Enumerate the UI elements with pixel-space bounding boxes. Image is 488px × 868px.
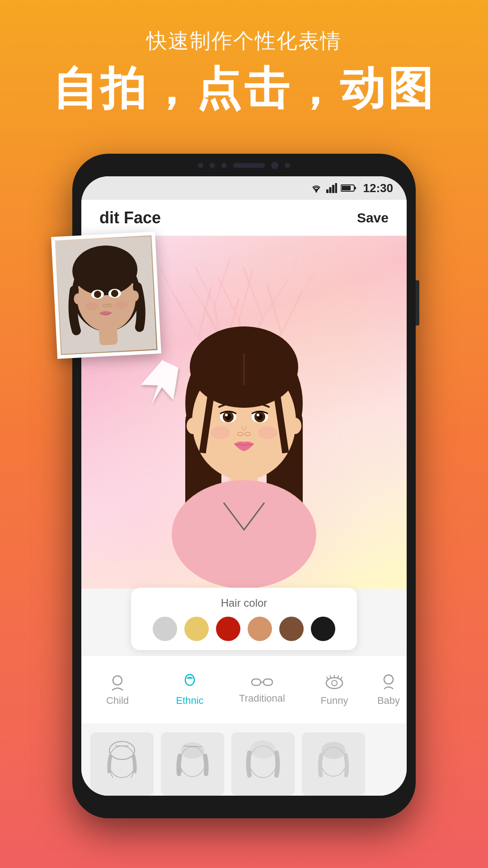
hair-color-label: Hair color: [149, 597, 339, 609]
phone-mockup: 12:30 dit Face Save: [72, 154, 416, 823]
svg-rect-2: [329, 187, 331, 193]
tab-funny-label: Funny: [320, 695, 348, 707]
photo-card-image: [55, 236, 157, 355]
tab-funny[interactable]: Funny: [298, 669, 371, 711]
power-button: [416, 280, 419, 326]
sketch-4: [311, 737, 356, 791]
wifi-icon: [310, 183, 323, 193]
thumbnail-1[interactable]: [90, 732, 154, 796]
tab-ethnic[interactable]: Ethnic: [154, 669, 226, 711]
svg-line-42: [338, 675, 338, 678]
tab-traditional-label: Traditional: [239, 693, 285, 704]
svg-rect-36: [263, 679, 272, 685]
svg-point-45: [108, 746, 136, 778]
thumbnail-row: [81, 723, 407, 796]
avatar-svg: [154, 295, 334, 589]
svg-rect-35: [252, 679, 261, 685]
battery-icon: [341, 184, 356, 192]
subtitle-text: 快速制作个性化表情: [0, 27, 488, 55]
app-header: dit Face Save: [81, 200, 407, 236]
svg-rect-3: [332, 185, 334, 193]
sensor-dot-1: [198, 163, 203, 168]
top-text-area: 快速制作个性化表情 自拍，点击，动图: [0, 27, 488, 120]
svg-point-32: [289, 418, 301, 434]
sketch-3: [240, 737, 286, 791]
svg-point-55: [321, 742, 346, 759]
swatch-black[interactable]: [311, 617, 335, 641]
header-title: dit Face: [99, 208, 161, 227]
photo-face-svg: [56, 236, 157, 354]
baby-icon: [382, 673, 395, 691]
svg-point-16: [172, 480, 316, 589]
sensor-dot-2: [210, 163, 215, 168]
hair-color-panel: Hair color: [131, 588, 357, 650]
traditional-icon: [251, 675, 273, 689]
svg-rect-7: [342, 186, 351, 190]
bottom-tab-bar: Child Ethnic Traditional: [81, 656, 407, 723]
funny-icon: [324, 673, 344, 691]
tab-traditional[interactable]: Traditional: [226, 671, 298, 709]
status-time: 12:30: [363, 181, 394, 195]
svg-line-39: [327, 677, 328, 679]
svg-point-33: [113, 676, 122, 685]
tab-child-label: Child: [106, 695, 129, 707]
phone-sensors: [198, 162, 290, 169]
svg-point-37: [326, 678, 343, 689]
avatar-illustration: [136, 272, 352, 589]
swatch-light-brown[interactable]: [248, 617, 272, 641]
tab-baby-label: Baby: [377, 695, 400, 707]
svg-point-31: [187, 418, 199, 434]
thumbnail-4[interactable]: [302, 732, 365, 796]
tab-child[interactable]: Child: [81, 669, 154, 711]
thumbnail-3[interactable]: [231, 732, 295, 796]
svg-point-44: [384, 675, 393, 684]
sensor-dot-4: [271, 162, 278, 169]
child-icon: [108, 673, 127, 691]
svg-line-43: [341, 677, 342, 679]
svg-point-0: [315, 191, 317, 193]
signal-icon: [326, 183, 337, 193]
swatch-brown[interactable]: [279, 617, 304, 641]
svg-point-26: [257, 414, 259, 416]
svg-point-46: [109, 741, 135, 760]
sketch-1: [99, 737, 145, 791]
svg-line-40: [330, 675, 331, 678]
ethnic-icon: [181, 673, 199, 691]
save-button[interactable]: Save: [357, 210, 389, 226]
svg-point-53: [250, 741, 276, 759]
svg-rect-1: [326, 189, 328, 193]
svg-point-49: [181, 742, 204, 759]
swatch-red[interactable]: [216, 617, 240, 641]
tab-ethnic-label: Ethnic: [176, 695, 203, 707]
status-bar: 12:30: [81, 176, 407, 200]
photo-card: [51, 231, 161, 359]
thumbnail-2[interactable]: [161, 732, 224, 796]
status-icons: 12:30: [310, 181, 394, 195]
svg-point-30: [258, 426, 277, 439]
svg-point-34: [185, 675, 194, 685]
sensor-dot-3: [221, 163, 227, 168]
title-text: 自拍，点击，动图: [0, 59, 488, 120]
tab-baby[interactable]: Baby: [371, 669, 407, 711]
swatch-gray[interactable]: [153, 617, 177, 641]
sketch-2: [170, 737, 215, 791]
svg-point-38: [332, 680, 337, 686]
hair-color-swatches[interactable]: [149, 617, 339, 641]
svg-rect-6: [354, 187, 356, 189]
svg-point-22: [225, 414, 228, 416]
swatch-blonde[interactable]: [184, 617, 209, 641]
svg-point-29: [211, 426, 230, 439]
sensor-bar: [233, 163, 265, 168]
svg-rect-4: [335, 183, 337, 193]
sensor-dot-5: [285, 163, 290, 168]
